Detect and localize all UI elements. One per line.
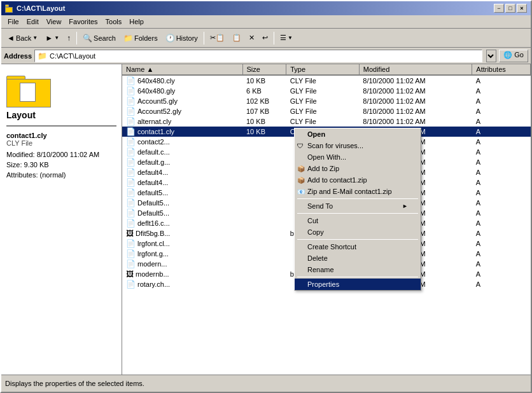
- menu-edit[interactable]: Edit: [23, 17, 43, 27]
- file-attr-cell: A: [472, 238, 531, 249]
- ctx-label-send-to: Send To: [307, 202, 333, 210]
- file-name-cell: 📄default5...: [122, 188, 242, 198]
- address-input[interactable]: 📁 C:\ACT\Layout: [34, 50, 482, 62]
- file-type-cell: CLY File: [286, 75, 360, 86]
- col-attributes[interactable]: Attributes: [472, 64, 531, 75]
- folders-label: Folders: [134, 34, 158, 42]
- context-menu-item-create-shortcut[interactable]: Create Shortcut: [295, 241, 421, 252]
- history-icon: 🕐: [165, 34, 175, 43]
- table-row[interactable]: 📄640x480.gly6 KBGLY File8/10/2000 11:02 …: [122, 86, 531, 96]
- maximize-button[interactable]: □: [505, 4, 515, 13]
- delete-icon: ✕: [249, 34, 255, 42]
- col-type[interactable]: Type: [286, 64, 360, 75]
- file-attr-cell: A: [472, 198, 531, 208]
- views-dropdown-icon: ▼: [288, 35, 293, 41]
- go-button[interactable]: 🌐 Go: [499, 50, 528, 62]
- context-menu-item-open-with[interactable]: Open With...: [295, 151, 421, 163]
- file-modified-cell: 8/10/2000 11:02 AM: [359, 96, 472, 106]
- up-button[interactable]: ↑: [64, 31, 74, 46]
- move-button[interactable]: ✂📋: [207, 31, 228, 46]
- minimize-button[interactable]: −: [494, 4, 504, 13]
- col-modified[interactable]: Modified: [359, 64, 472, 75]
- up-arrow-icon: ↑: [67, 34, 71, 43]
- table-row[interactable]: 📄640x480.cly10 KBCLY File8/10/2000 11:02…: [122, 75, 531, 86]
- context-menu-item-rename[interactable]: Rename: [295, 264, 421, 275]
- file-attr-cell: A: [472, 279, 531, 289]
- table-row[interactable]: 📄Account52.gly107 KBGLY File8/10/2000 11…: [122, 106, 531, 116]
- file-name-cell: 📄640x480.gly: [122, 86, 242, 96]
- file-name-cell: 🖼Dfit5bg.B...: [122, 228, 242, 238]
- menu-tools[interactable]: Tools: [102, 17, 126, 27]
- forward-dropdown-icon: ▼: [54, 35, 59, 41]
- file-attr-cell: A: [472, 208, 531, 218]
- file-name-cell: 📄Default5...: [122, 208, 242, 218]
- file-size-cell: [242, 147, 286, 157]
- file-size-cell: [242, 259, 286, 269]
- col-size[interactable]: Size: [242, 64, 286, 75]
- file-attr-cell: A: [472, 127, 531, 137]
- context-menu-item-properties[interactable]: Properties: [295, 279, 421, 290]
- forward-button[interactable]: ► ▼: [42, 31, 62, 46]
- search-icon: 🔍: [83, 34, 92, 43]
- table-row[interactable]: 📄alternat.cly10 KBCLY File8/10/2000 11:0…: [122, 116, 531, 127]
- menu-help[interactable]: Help: [125, 17, 148, 27]
- context-menu: Open🛡Scan for viruses...Open With...📦Add…: [294, 128, 421, 291]
- toolbar-separator-1: [76, 32, 77, 45]
- undo-button[interactable]: ↩: [259, 31, 271, 46]
- file-name-cell: 📄rotary.ch...: [122, 279, 242, 289]
- address-dropdown[interactable]: [486, 50, 496, 62]
- toolbar-separator-2: [204, 32, 204, 45]
- menu-view[interactable]: View: [43, 17, 66, 27]
- file-list-area[interactable]: Name ▲ Size Type Modified Attributes 📄64…: [122, 64, 531, 375]
- back-button[interactable]: ◄ Back ▼: [4, 31, 41, 46]
- delete-button[interactable]: ✕: [246, 31, 258, 46]
- context-menu-item-cut[interactable]: Cut: [295, 215, 421, 226]
- ctx-label-cut: Cut: [307, 217, 318, 224]
- file-size-cell: [242, 188, 286, 198]
- file-attr-cell: A: [472, 167, 531, 177]
- context-menu-item-add-contact-zip[interactable]: 📦Add to contact1.zip: [295, 174, 421, 186]
- menu-favorites[interactable]: Favorites: [65, 17, 101, 27]
- file-size-cell: [242, 198, 286, 208]
- file-size-cell: [242, 167, 286, 177]
- context-menu-item-copy[interactable]: Copy: [295, 226, 421, 238]
- file-size-cell: 10 KB: [242, 127, 286, 137]
- copy-to-icon: 📋: [232, 34, 241, 42]
- ctx-label-zip-email: Zip and E-Mail contact1.zip: [307, 188, 392, 195]
- context-menu-item-zip-email[interactable]: 📧Zip and E-Mail contact1.zip: [295, 186, 421, 197]
- file-size-cell: [242, 228, 286, 238]
- menu-file[interactable]: File: [4, 17, 23, 27]
- views-button[interactable]: ☰ ▼: [277, 31, 296, 46]
- search-button[interactable]: 🔍 Search: [80, 31, 119, 46]
- move-icon: ✂📋: [210, 34, 225, 42]
- file-size-cell: [242, 177, 286, 188]
- back-dropdown-icon: ▼: [32, 35, 38, 41]
- close-button[interactable]: ×: [517, 4, 527, 13]
- file-attr-cell: A: [472, 96, 531, 106]
- go-label: Go: [514, 51, 524, 59]
- col-name[interactable]: Name ▲: [122, 64, 242, 75]
- file-info-name: contact1.cly: [6, 132, 116, 139]
- file-info-attributes: Attributes: (normal): [6, 171, 116, 179]
- copy-to-button[interactable]: 📋: [229, 31, 244, 46]
- context-menu-item-delete[interactable]: Delete: [295, 252, 421, 264]
- file-size-cell: [242, 218, 286, 228]
- menu-bar: File Edit View Favorites Tools Help: [1, 15, 531, 29]
- table-row[interactable]: 📄Account5.gly102 KBGLY File8/10/2000 11:…: [122, 96, 531, 106]
- context-menu-item-open[interactable]: Open: [295, 128, 421, 140]
- context-menu-item-add-zip[interactable]: 📦Add to Zip: [295, 163, 421, 174]
- file-attr-cell: A: [472, 228, 531, 238]
- folders-button[interactable]: 📁 Folders: [120, 31, 161, 46]
- file-name-cell: 📄default.c...: [122, 147, 242, 157]
- context-menu-item-scan[interactable]: 🛡Scan for viruses...: [295, 140, 421, 151]
- file-info-size: Size: 9.30 KB: [6, 161, 116, 169]
- address-label: Address: [4, 52, 32, 60]
- file-name-cell: 📄contact2...: [122, 137, 242, 147]
- context-menu-item-send-to[interactable]: Send To►: [295, 200, 421, 212]
- back-label: Back: [16, 34, 31, 42]
- file-size-cell: [242, 157, 286, 167]
- file-name-cell: 📄deflt16.c...: [122, 218, 242, 228]
- file-name-cell: 📄Default5...: [122, 198, 242, 208]
- history-button[interactable]: 🕐 History: [162, 31, 201, 46]
- file-attr-cell: A: [472, 106, 531, 116]
